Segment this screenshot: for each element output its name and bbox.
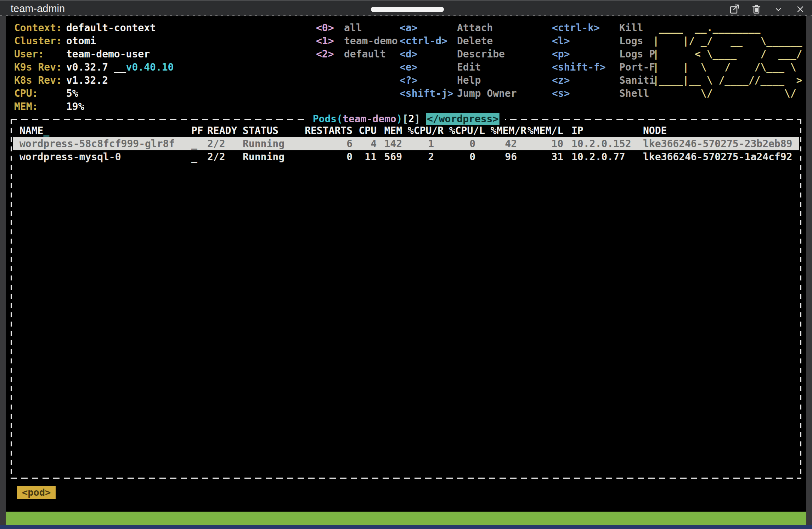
info-value: team-demo-user xyxy=(66,48,150,60)
hotkey-logs: <l>Logs xyxy=(552,34,655,48)
pod-ready: 2/2 xyxy=(207,150,243,163)
hotkey-kill: <ctrl-k>Kill xyxy=(552,21,655,34)
info-label: CPU: xyxy=(14,87,66,100)
info-cluster: Cluster:otomi xyxy=(14,34,174,48)
pod-mem: 569 xyxy=(377,150,402,163)
resource-name: Pods xyxy=(313,113,337,125)
hotkey-label: Edit xyxy=(457,61,481,73)
pod-mem-r: 42 xyxy=(485,137,526,150)
hotkey-shell: <s>Shell xyxy=(552,87,655,100)
column-header-status[interactable]: STATUS xyxy=(243,124,299,137)
hotkey-sanitize: <z>Saniti xyxy=(552,74,655,87)
column-header-mem[interactable]: MEM xyxy=(377,124,402,137)
bracket-open: [ xyxy=(402,113,408,125)
column-header-pf[interactable]: PF xyxy=(191,124,207,137)
hotkey-key: <shift-f> xyxy=(552,61,619,74)
open-in-new-icon[interactable] xyxy=(728,3,740,15)
hotkey-key: <d> xyxy=(400,48,457,61)
column-header-restarts[interactable]: RESTARTS xyxy=(299,124,353,137)
upgrade-version: v0.40.10 xyxy=(126,61,174,73)
close-icon[interactable] xyxy=(794,3,806,15)
hotkey-label: Logs P xyxy=(619,48,655,60)
info-gap: __ xyxy=(114,61,126,73)
column-header-cpu-l[interactable]: %CPU/L xyxy=(444,124,485,137)
pod-cpu-r: 2 xyxy=(402,150,444,163)
pod-name: wordpress-58c8fcf999-glr8f xyxy=(19,137,191,150)
table-row[interactable]: wordpress-mysql-0 _ 2/2 Running 0 11 569… xyxy=(13,150,799,163)
hotkey-logs-previous: <p>Logs P xyxy=(552,48,655,61)
hotkey-attach: <a>Attach xyxy=(400,21,517,34)
pod-node: lke366246-570275-23b2eb89 xyxy=(643,137,794,150)
hotkey-jump-owner: <shift-j>Jump Owner xyxy=(400,87,517,100)
pod-ip: 10.2.0.152 xyxy=(563,137,643,150)
pod-mem-l: 10 xyxy=(526,137,563,150)
hotkey-label: Saniti xyxy=(619,74,655,86)
pod-status: Running xyxy=(243,150,299,163)
info-cpu: CPU:5% xyxy=(14,87,174,100)
info-label: K8s Rev: xyxy=(14,74,66,87)
pod-cpu-l: 0 xyxy=(444,137,485,150)
hotkey-label: Delete xyxy=(457,35,493,47)
pod-mem: 142 xyxy=(377,137,402,150)
column-header-cpu[interactable]: CPU xyxy=(353,124,377,137)
hotkey-label: team-demo xyxy=(344,35,398,47)
hotkey-describe: <d>Describe xyxy=(400,48,517,61)
pod-cpu: 4 xyxy=(353,137,377,150)
hotkey-key: <ctrl-k> xyxy=(552,21,619,34)
info-k9s-rev: K9s Rev:v0.32.7 __v0.40.10 xyxy=(14,61,174,74)
drag-handle[interactable] xyxy=(371,7,444,12)
desktop-edge xyxy=(0,525,812,529)
hotkey-key: <a> xyxy=(400,21,457,34)
paren-open: ( xyxy=(337,113,343,125)
pod-restarts: 0 xyxy=(299,150,353,163)
window-titlebar[interactable]: team-admin xyxy=(0,0,812,16)
hotkey-ns-default: <2>default xyxy=(316,48,398,61)
hotkey-key: <e> xyxy=(400,61,457,74)
pods-panel: Pods(team-demo)[2] </wordpress> NAME_ PF… xyxy=(11,119,801,479)
info-label: MEM: xyxy=(14,100,66,113)
hotkey-label: Kill xyxy=(619,22,643,34)
column-header-ready[interactable]: READY xyxy=(207,124,243,137)
column-header-cpu-r[interactable]: %CPU/R xyxy=(402,124,444,137)
pod-mem-r: 96 xyxy=(485,150,526,163)
action-hotkeys-2: <ctrl-k>Kill <l>Logs <p>Logs P <shift-f>… xyxy=(552,21,655,100)
info-value: v1.32.2 xyxy=(66,74,108,86)
pod-pf: _ xyxy=(191,137,207,150)
pod-node: lke366246-570275-1a24cf92 xyxy=(643,150,794,163)
hotkey-label: Logs xyxy=(619,35,643,47)
column-header-ip[interactable]: IP xyxy=(563,124,643,137)
terminal[interactable]: Context:default-context Cluster:otomi Us… xyxy=(6,16,806,525)
hotkey-key: <2> xyxy=(316,48,344,61)
panel-title: Pods(team-demo)[2] </wordpress> xyxy=(307,112,505,126)
panel-border-right xyxy=(800,119,801,479)
k9s-logo: ____ __.________ | |/ _/ __ \______ | < … xyxy=(653,21,802,100)
chevron-down-icon[interactable] xyxy=(772,3,784,15)
hotkey-label: all xyxy=(344,22,362,34)
table-row[interactable]: wordpress-58c8fcf999-glr8f _ 2/2 Running… xyxy=(13,137,799,150)
hotkey-label: Describe xyxy=(457,48,505,60)
pods-table: NAME_ PF READY STATUS RESTARTS CPU MEM %… xyxy=(11,124,801,163)
hotkey-label: Shell xyxy=(619,88,649,99)
column-header-mem-l[interactable]: %MEM/L xyxy=(526,124,563,137)
column-header-mem-r[interactable]: %MEM/R xyxy=(485,124,526,137)
pod-count: 2 xyxy=(408,113,414,125)
column-header-node[interactable]: NODE xyxy=(643,124,794,137)
column-header-name[interactable]: NAME_ xyxy=(19,124,191,137)
filter-chip: </wordpress> xyxy=(426,113,499,125)
trash-icon[interactable] xyxy=(750,3,762,15)
hotkey-label: Attach xyxy=(457,22,493,34)
hotkey-port-forward: <shift-f>Port-F xyxy=(552,61,655,74)
hotkey-ns-team-demo: <1>team-demo xyxy=(316,34,398,48)
pod-restarts: 6 xyxy=(299,137,353,150)
hotkey-key: <1> xyxy=(316,34,344,48)
info-label: Cluster: xyxy=(14,34,66,48)
namespace-name: team-demo xyxy=(343,113,396,125)
pod-pf: _ xyxy=(191,150,207,163)
pod-cpu: 11 xyxy=(353,150,377,163)
pod-ip: 10.2.0.77 xyxy=(563,150,643,163)
info-value: 19% xyxy=(66,101,84,112)
hotkey-delete: <ctrl-d>Delete xyxy=(400,34,517,48)
hotkey-key: <0> xyxy=(316,21,344,34)
info-value: 5% xyxy=(66,88,78,99)
info-user: User:team-demo-user xyxy=(14,48,174,61)
